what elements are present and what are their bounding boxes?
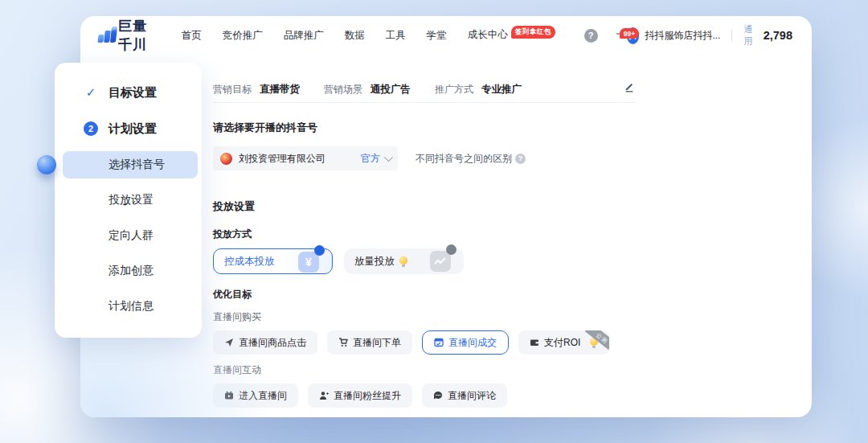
balance-label: 通用 — [743, 23, 757, 47]
option-pay-roi[interactable]: 支付ROI 公测 — [518, 330, 609, 355]
interaction-options-row: 进入直播间 直播间粉丝提升 直播间评论 — [213, 384, 637, 408]
logo-text: 巨量千川 — [118, 17, 156, 54]
edit-icon[interactable] — [624, 81, 635, 96]
substep-audience-targeting[interactable]: 定向人群 — [63, 222, 198, 249]
placement-settings-title: 投放设置 — [213, 199, 637, 214]
nav-menu: 首页 竞价推广 品牌推广 数据 工具 学堂 成长中心签到拿红包 — [182, 28, 555, 43]
account-select-name: 刘投资管理有限公司 — [239, 152, 361, 166]
gray-dot-decoration — [446, 244, 457, 255]
cart-icon — [338, 338, 348, 347]
help-question-icon[interactable]: ? — [515, 154, 526, 164]
step-number-icon: 2 — [84, 121, 98, 136]
purchase-options-row: 直播间商品点击 直播间下单 直播间成交 支付ROI 公测 — [213, 330, 637, 355]
marketing-scene-label: 营销场景 — [324, 83, 362, 96]
marketing-goal-label: 营销目标 — [213, 83, 252, 96]
help-icon[interactable]: ? — [584, 29, 598, 43]
pointer-icon — [224, 338, 234, 347]
signin-redpacket-badge[interactable]: 签到拿红包 — [511, 26, 555, 39]
plan-substeps: 选择抖音号 投放设置 定向人群 添加创意 计划信息 — [55, 151, 202, 320]
nav-item-academy[interactable]: 学堂 — [427, 29, 447, 43]
nav-item-bidding-promo[interactable]: 竞价推广 — [223, 29, 263, 43]
method-cost-control[interactable]: 控成本投放 ¥ — [213, 248, 333, 274]
nav-item-tools[interactable]: 工具 — [386, 29, 406, 43]
official-tag: 官方 — [361, 152, 380, 166]
group-live-purchase-label: 直播间购买 — [213, 310, 637, 324]
nav-right-cluster: ? 99+ 抖 抖抖服饰店抖抖... 通用 2,798 — [555, 23, 792, 47]
nav-item-brand-promo[interactable]: 品牌推广 — [284, 29, 324, 43]
douyin-account-select[interactable]: 刘投资管理有限公司 官方 — [213, 146, 398, 170]
option-live-deal[interactable]: 直播间成交 — [422, 330, 509, 355]
marketing-scene-group[interactable]: 营销场景 通投广告 — [324, 83, 411, 96]
nav-item-growth-center[interactable]: 成长中心签到拿红包 — [468, 28, 555, 43]
promo-mode-group[interactable]: 推广方式 专业推广 — [435, 83, 522, 96]
marketing-goal-group[interactable]: 营销目标 直播带货 — [213, 83, 300, 96]
option-fans-growth[interactable]: 直播间粉丝提升 — [308, 384, 412, 408]
placement-method-label: 投放方式 — [213, 228, 637, 241]
promo-mode-value: 专业推广 — [481, 83, 522, 96]
marketing-scene-value: 通投广告 — [371, 83, 411, 96]
optimize-goal-label: 优化目标 — [213, 288, 637, 301]
comment-icon — [433, 391, 443, 400]
placement-method-row: 控成本投放 ¥ 放量投放 — [213, 248, 637, 274]
campaign-summary-bar: 营销目标 直播带货 营销场景 通投广告 推广方式 专业推广 — [213, 77, 637, 103]
method-max-delivery[interactable]: 放量投放 — [344, 248, 464, 274]
decorative-sphere — [37, 155, 56, 174]
nav-divider — [731, 30, 732, 41]
top-navbar: 巨量千川 首页 竞价推广 品牌推广 数据 工具 学堂 成长中心签到拿红包 ? 9… — [80, 16, 812, 55]
group-live-interaction-label: 直播间互动 — [213, 363, 637, 377]
balance-value: 2,798 — [764, 29, 792, 42]
substep-plan-info[interactable]: 计划信息 — [63, 293, 198, 320]
account-difference-help: 不同抖音号之间的区别 ? — [416, 152, 526, 166]
substep-add-creative[interactable]: 添加创意 — [63, 257, 198, 285]
logo-bars-icon — [98, 27, 112, 44]
step-plan-settings[interactable]: 2 计划设置 — [55, 115, 202, 142]
brand-logo[interactable]: 巨量千川 — [98, 17, 156, 54]
option-live-comment[interactable]: 直播间评论 — [422, 384, 507, 408]
account-name[interactable]: 抖抖服饰店抖抖... — [645, 29, 720, 43]
blue-dot-decoration — [314, 245, 325, 256]
deal-icon — [434, 338, 444, 347]
question-icon: ? — [584, 29, 598, 43]
nav-item-home[interactable]: 首页 — [182, 29, 202, 43]
page-background: 巨量千川 首页 竞价推广 品牌推广 数据 工具 学堂 成长中心签到拿红包 ? 9… — [0, 0, 868, 443]
option-product-click[interactable]: 直播间商品点击 — [213, 330, 317, 355]
substep-choose-douyin[interactable]: 选择抖音号 — [63, 151, 198, 178]
option-place-order[interactable]: 直播间下单 — [327, 330, 412, 355]
account-select-row: 刘投资管理有限公司 官方 不同抖音号之间的区别 ? — [213, 146, 637, 170]
substep-placement-settings[interactable]: 投放设置 — [63, 187, 198, 214]
option-enter-liveroom[interactable]: 进入直播间 — [213, 384, 298, 408]
live-icon — [224, 391, 234, 400]
bulb-icon — [399, 256, 407, 267]
main-content: 营销目标 直播带货 营销场景 通投广告 推广方式 专业推广 请选择要开播的抖音号 — [213, 77, 637, 417]
step-goal-settings[interactable]: ✓ 目标设置 — [55, 79, 202, 106]
promo-mode-label: 推广方式 — [435, 83, 473, 96]
follower-icon — [319, 391, 329, 400]
account-section-title: 请选择要开播的抖音号 — [213, 121, 637, 135]
marketing-goal-value: 直播带货 — [260, 83, 300, 96]
wizard-sidebar: ✓ 目标设置 2 计划设置 选择抖音号 投放设置 定向人群 添加创意 计划信息 — [55, 63, 202, 338]
nav-item-data[interactable]: 数据 — [345, 29, 365, 43]
account-select-avatar — [220, 153, 232, 165]
chevron-down-icon — [384, 153, 393, 162]
check-icon: ✓ — [84, 85, 98, 100]
wallet-icon — [530, 338, 539, 347]
notification-badge: 99+ — [620, 28, 639, 39]
